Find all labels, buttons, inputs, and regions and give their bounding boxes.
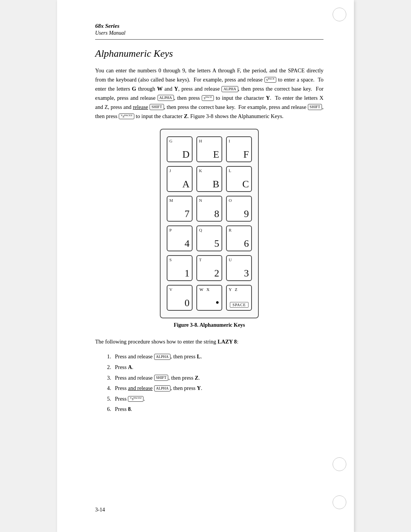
keyboard-box: G D H E I F J A K [160, 129, 259, 318]
header-divider [95, 39, 323, 40]
step-2: 2. Press A. [103, 362, 323, 373]
key-B: K B [196, 166, 222, 192]
space-key-inline-3: YSPACEZ [119, 113, 134, 119]
key-6: R 6 [226, 225, 252, 251]
page-title: Alphanumeric Keys [95, 48, 323, 59]
key-row-3: M 7 N 8 O 9 [167, 196, 252, 222]
alpha-key-inline-1: ALPHA [221, 86, 238, 92]
shift-key-step3: SHIFT [154, 375, 169, 381]
body-paragraph: You can enter the numbers 0 through 9, t… [95, 66, 323, 121]
key-9: O 9 [226, 196, 252, 222]
key-4: P 4 [167, 225, 193, 251]
key-row-4: P 4 Q 5 R 6 [167, 225, 252, 251]
series-label: 68x Series [95, 23, 323, 29]
alpha-key-step1: ALPHA [154, 354, 170, 360]
shift-key-inline-2: SHIFT [308, 104, 322, 110]
shift-key-inline-1: SHIFT [150, 104, 164, 110]
key-8: N 8 [196, 196, 222, 222]
key-E: H E [196, 136, 222, 162]
step-list: 1. Press and release ALPHA , then press … [95, 351, 323, 414]
key-row-6: V 0 W X • Y Z SPACE [167, 285, 252, 311]
key-space: Y Z SPACE [226, 285, 252, 311]
alpha-key-step4: ALPHA [154, 385, 170, 391]
alpha-key-inline-2: ALPHA [158, 95, 174, 101]
page: 68x Series Users Manual Alphanumeric Key… [57, 0, 354, 532]
keyboard-diagram: G D H E I F J A K [95, 129, 323, 318]
corner-decoration-top [333, 8, 346, 21]
step-6: 6. Press 8. [103, 404, 323, 415]
key-row-2: J A K B L C [167, 166, 252, 192]
key-3: U 3 [226, 255, 252, 281]
step-5: 5. Press YSPACEZ . [103, 394, 323, 404]
step-1: 1. Press and release ALPHA , then press … [103, 351, 323, 362]
space-label: SPACE [230, 302, 249, 308]
key-2: T 2 [196, 255, 222, 281]
key-dot: W X • [196, 285, 222, 311]
corner-decoration-mid [333, 457, 346, 471]
page-number: 3-14 [95, 507, 105, 513]
space-key-inline-2: SPACE [202, 95, 214, 101]
key-0: V 0 [167, 285, 193, 311]
key-row-1: G D H E I F [167, 136, 252, 162]
space-key-step5: YSPACEZ [128, 396, 143, 402]
procedure-intro: The following procedure shows how to ent… [95, 337, 323, 347]
key-A: J A [167, 166, 193, 192]
step-3: 3. Press and release SHIFT , then press … [103, 373, 323, 383]
key-5: Q 5 [196, 225, 222, 251]
manual-label: Users Manual [95, 30, 323, 36]
key-1: S 1 [167, 255, 193, 281]
key-F: I F [226, 136, 252, 162]
key-row-5: S 1 T 2 U 3 [167, 255, 252, 281]
space-key-inline-1: SPACE [264, 77, 277, 83]
figure-caption: Figure 3-8. Alphanumeric Keys [95, 322, 323, 328]
key-C: L C [226, 166, 252, 192]
key-D: G D [167, 136, 193, 162]
key-7: M 7 [167, 196, 193, 222]
corner-decoration-bottom [333, 495, 346, 509]
step-4: 4. Press and release ALPHA , then press … [103, 383, 323, 394]
